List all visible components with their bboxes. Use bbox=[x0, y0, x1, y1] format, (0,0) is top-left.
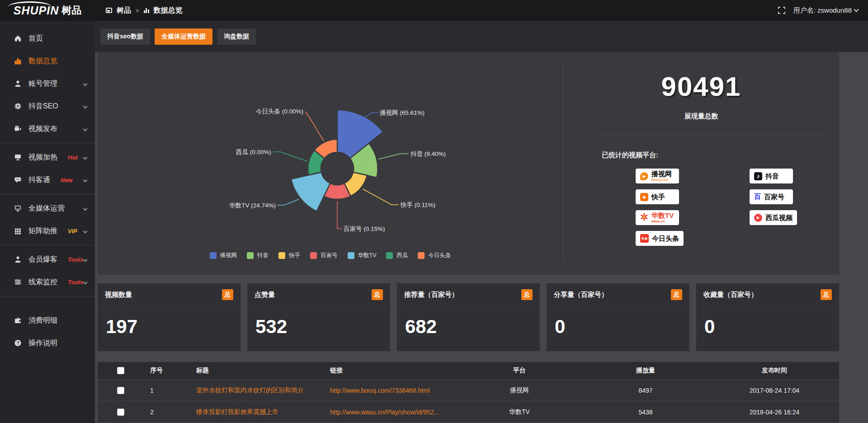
pie-label-line bbox=[305, 112, 324, 141]
sidebar-divider bbox=[0, 245, 95, 245]
column-header-plays: 播放量 bbox=[581, 367, 710, 375]
sidebar-item-consumption-details[interactable]: 消费明细 bbox=[0, 309, 95, 332]
hot-badge: Hot bbox=[68, 154, 78, 161]
sliders-icon bbox=[14, 278, 22, 286]
kuaishou-logo-icon: ◉ bbox=[640, 193, 648, 201]
cell-time: 2017-08-24 17:04 bbox=[710, 387, 839, 394]
legend-item-华数TV[interactable]: 华数TV bbox=[348, 252, 377, 259]
grid-icon bbox=[14, 227, 22, 235]
chart-panel: 播视网 (65.61%)抖音 (9.40%)快手 (0.11%)百家号 (0.1… bbox=[98, 52, 839, 275]
sidebar-item-instructions[interactable]: ? 操作说明 bbox=[0, 332, 95, 354]
logo-arc-decoration bbox=[8, 1, 52, 7]
breadcrumb-root-icon bbox=[106, 8, 112, 13]
toutiao-logo-icon: 头条 bbox=[640, 234, 649, 243]
tab-douyin-seo-data[interactable]: 抖音seo数据 bbox=[100, 28, 150, 45]
sidebar-item-label: 消费明细 bbox=[28, 316, 57, 325]
tab-strip: 抖音seo数据 全媒体运营数据 询盘数据 bbox=[95, 21, 868, 52]
cell-url-link[interactable]: http://www.boosj.com/7338468.html bbox=[324, 387, 458, 394]
legend-label: 播视网 bbox=[220, 252, 237, 259]
stat-card-value: 532 bbox=[247, 306, 390, 348]
total-badge[interactable]: 总 bbox=[372, 289, 383, 300]
legend-item-西瓜[interactable]: 西瓜 bbox=[386, 252, 408, 259]
platform-sub: wasu.cn bbox=[651, 220, 674, 223]
sidebar-item-member-baoke[interactable]: 会员爆客 Tools bbox=[0, 248, 95, 271]
row-checkbox[interactable] bbox=[117, 387, 124, 394]
platform-name: 百家号 bbox=[764, 193, 784, 200]
total-badge[interactable]: 总 bbox=[521, 289, 533, 300]
platform-name: 华数TV bbox=[651, 212, 674, 219]
row-checkbox[interactable] bbox=[117, 409, 124, 416]
pie-label-百家号: 百家号 (0.15%) bbox=[344, 226, 385, 232]
stat-card-likes: 点赞量总 532 bbox=[247, 283, 390, 351]
legend-label: 抖音 bbox=[257, 252, 269, 259]
user-menu[interactable]: 用户名: zswodun88 bbox=[793, 6, 858, 15]
tab-inquiry-data[interactable]: 询盘数据 bbox=[217, 28, 256, 45]
pie-label-line bbox=[337, 201, 342, 229]
platform-name: 西瓜视频 bbox=[765, 214, 793, 221]
column-header-title: 标题 bbox=[190, 367, 324, 375]
app-logo[interactable]: SHUPIN 树品 bbox=[0, 0, 95, 21]
total-badge[interactable]: 总 bbox=[222, 289, 233, 300]
svg-text:?: ? bbox=[16, 341, 19, 346]
stat-card-title: 视频数量 bbox=[105, 291, 132, 299]
legend-item-今日头条[interactable]: 今日头条 bbox=[418, 252, 451, 259]
sidebar-item-omnimedia-operation[interactable]: 全媒体运营 bbox=[0, 197, 95, 220]
sidebar-item-doketong[interactable]: 抖客通 New bbox=[0, 169, 95, 191]
legend-item-快手[interactable]: 快手 bbox=[278, 252, 300, 259]
topbar: SHUPIN 树品 树品 > 数据总览 用户名: zswodun88 bbox=[0, 0, 868, 21]
sidebar-item-label: 视频加热 bbox=[28, 153, 57, 162]
legend-item-抖音[interactable]: 抖音 bbox=[247, 252, 269, 259]
cell-platform: 播视网 bbox=[458, 386, 581, 395]
total-badge[interactable]: 总 bbox=[821, 289, 832, 300]
stat-card-title: 收藏量（百家号） bbox=[703, 291, 758, 299]
videos-table: 序号 标题 链接 平台 播放量 发布时间 1 室外水纹灯和室内水纹灯的区别和简介… bbox=[98, 362, 839, 423]
platform-chip-douyin: ♪ 抖音 bbox=[750, 169, 793, 183]
tools-badge: Tools bbox=[68, 256, 83, 263]
cell-title-link[interactable]: 室外水纹灯和室内水纹灯的区别和简介 bbox=[190, 386, 324, 395]
cell-title-link[interactable]: 楼体投影灯投影效果震撼上市 bbox=[190, 408, 324, 416]
platform-chip-kuaishou: ◉ 快手 bbox=[636, 189, 679, 204]
sidebar-divider bbox=[0, 296, 95, 296]
sidebar-item-label: 全媒体运营 bbox=[28, 204, 65, 213]
pie-label-西瓜: 西瓜 (0.00%) bbox=[236, 149, 271, 155]
stat-card-title: 分享量（百家号） bbox=[554, 291, 608, 299]
sidebar-item-video-publish[interactable]: 视频发布 bbox=[0, 118, 95, 140]
cell-url-link[interactable]: http://www.wasu.cn/Play/show/id/952... bbox=[324, 409, 458, 416]
sidebar-item-home[interactable]: 首页 bbox=[0, 27, 95, 50]
bar-chart-icon bbox=[14, 57, 22, 65]
stat-card-video-count: 视频数量总 197 bbox=[98, 283, 241, 351]
video-camera-icon bbox=[14, 125, 22, 132]
fullscreen-icon[interactable] bbox=[778, 7, 785, 14]
platforms-title: 已统计的视频平台: bbox=[602, 151, 839, 160]
table-header-row: 序号 标题 链接 平台 播放量 发布时间 bbox=[98, 362, 839, 379]
tab-omnimedia-data[interactable]: 全媒体运营数据 bbox=[155, 28, 212, 45]
legend-label: 华数TV bbox=[358, 252, 377, 259]
stat-cards-row: 视频数量总 197 点赞量总 532 推荐量（百家号）总 682 分享量（百家号… bbox=[98, 283, 839, 351]
wasu-logo-icon bbox=[640, 213, 648, 223]
rose-pie-chart[interactable]: 播视网 (65.61%)抖音 (9.40%)快手 (0.11%)百家号 (0.1… bbox=[98, 52, 563, 275]
pie-label-line bbox=[378, 154, 409, 159]
sidebar-item-account-management[interactable]: 账号管理 bbox=[0, 72, 95, 95]
total-badge[interactable]: 总 bbox=[671, 289, 682, 300]
chevron-down-icon bbox=[83, 280, 88, 284]
breadcrumb: 树品 > 数据总览 bbox=[106, 6, 183, 15]
chevron-down-icon bbox=[83, 206, 88, 211]
pie-label-播视网: 播视网 (65.61%) bbox=[380, 109, 425, 116]
bar-chart-icon bbox=[144, 8, 149, 13]
pie-slice-华数TV[interactable] bbox=[291, 172, 330, 212]
platform-name: 抖音 bbox=[765, 173, 779, 179]
platform-name: 快手 bbox=[651, 193, 665, 200]
select-all-checkbox[interactable] bbox=[117, 367, 124, 374]
sidebar-item-matrix-boost[interactable]: 矩阵助推 VIP bbox=[0, 220, 95, 242]
legend-item-播视网[interactable]: 播视网 bbox=[210, 252, 237, 259]
breadcrumb-root[interactable]: 树品 bbox=[117, 6, 131, 15]
sidebar-item-video-heating[interactable]: 视频加热 Hot bbox=[0, 146, 95, 169]
legend-item-百家号[interactable]: 百家号 bbox=[310, 252, 338, 259]
chevron-down-icon bbox=[83, 178, 88, 182]
sidebar-item-lead-monitoring[interactable]: 线索监控 Tools bbox=[0, 271, 95, 293]
sidebar-item-data-overview[interactable]: 数据总览 bbox=[0, 50, 95, 72]
platform-chip-baijiahao: 百 百家号 bbox=[750, 189, 793, 204]
platform-chip-xigua: ▶ 西瓜视频 bbox=[750, 210, 797, 225]
pie-label-line bbox=[273, 152, 307, 161]
sidebar-item-douyin-seo[interactable]: 抖音SEO bbox=[0, 95, 95, 118]
